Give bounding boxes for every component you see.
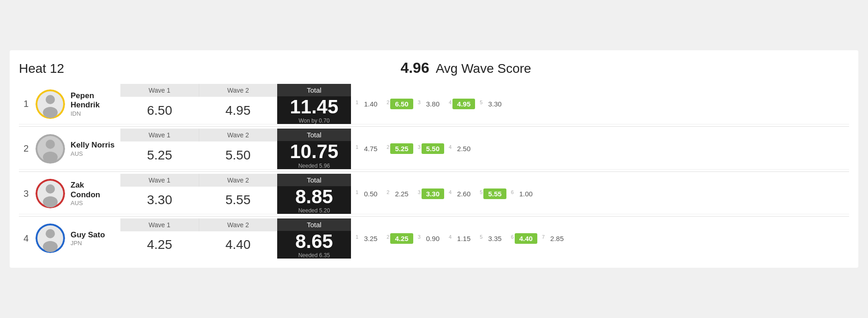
score-cols: Wave 1 Wave 2 5.25 5.50 bbox=[120, 129, 277, 169]
wave2-score: 4.40 bbox=[199, 234, 277, 256]
wave-num: 4 bbox=[449, 189, 452, 195]
total-header: Total bbox=[277, 218, 351, 231]
surfer-country: IDN bbox=[71, 110, 116, 117]
wave-right: 1 4.75 2 5.25 3 5.50 4 2.50 bbox=[351, 129, 849, 169]
svg-point-14 bbox=[46, 229, 55, 238]
wave-item: 3 0.90 bbox=[418, 233, 444, 244]
wave-row: 1 1.40 2 6.50 3 3.80 4 4.95 5 3.30 bbox=[356, 99, 844, 109]
wave-item: 3 3.30 bbox=[418, 188, 444, 199]
total-header: Total bbox=[277, 174, 351, 186]
svg-point-7 bbox=[43, 152, 58, 163]
wave-score-badge: 6.50 bbox=[390, 99, 413, 109]
wave-right: 1 3.25 2 4.25 3 0.90 4 1.15 5 3.35 6 4.4… bbox=[351, 218, 849, 259]
wave-item: 6 1.00 bbox=[511, 188, 537, 199]
wave-item: 1 1.40 bbox=[356, 99, 382, 109]
wave-score-badge: 4.25 bbox=[390, 233, 413, 244]
rank: 1 bbox=[24, 99, 31, 109]
wave1-score: 5.25 bbox=[120, 144, 199, 166]
avatar bbox=[36, 134, 65, 164]
wave-right: 1 0.50 2 2.25 3 3.30 4 2.60 5 5.55 6 1.0… bbox=[351, 174, 849, 214]
wave1-header: Wave 1 bbox=[120, 84, 199, 97]
score-values-row: 5.25 5.50 bbox=[120, 141, 277, 169]
svg-point-15 bbox=[43, 241, 58, 252]
wave-num: 1 bbox=[356, 234, 358, 240]
athlete-block: 1 Pepen Hendrik IDN Wave 1 Wave 2 6.50 4… bbox=[19, 84, 849, 124]
wave-num: 7 bbox=[542, 234, 545, 240]
score-header-row: Wave 1 Wave 2 bbox=[120, 218, 277, 231]
wave-num: 5 bbox=[480, 234, 482, 240]
header: Heat 12 4.96 Avg Wave Score bbox=[19, 59, 849, 77]
wave-num: 6 bbox=[511, 234, 514, 240]
wave-num: 3 bbox=[418, 234, 421, 240]
total-value: 8.65 Needed 6.35 bbox=[277, 231, 351, 259]
surfer-name: Guy Sato bbox=[71, 230, 105, 240]
wave-num: 2 bbox=[386, 100, 389, 105]
surfer-name: Zak Condon bbox=[71, 181, 116, 200]
surfer-name-block: Zak Condon AUS bbox=[71, 181, 116, 206]
wave-score-badge: 3.35 bbox=[483, 233, 506, 244]
athletes-list: 1 Pepen Hendrik IDN Wave 1 Wave 2 6.50 4… bbox=[19, 84, 849, 259]
wave-score-badge: 1.15 bbox=[452, 233, 475, 244]
rank: 4 bbox=[24, 233, 31, 244]
wave-score-badge: 0.50 bbox=[359, 188, 382, 199]
svg-point-3 bbox=[43, 107, 58, 118]
wave-num: 3 bbox=[418, 189, 421, 195]
wave-item: 3 3.80 bbox=[418, 99, 444, 109]
rank: 3 bbox=[24, 188, 31, 199]
total-header: Total bbox=[277, 84, 351, 96]
athlete-block: 2 Kelly Norris AUS Wave 1 Wave 2 5.25 5.… bbox=[19, 129, 849, 169]
total-number: 11.45 bbox=[290, 96, 338, 118]
surfer-info: 1 Pepen Hendrik IDN bbox=[19, 84, 120, 124]
wave-item: 3 5.50 bbox=[418, 143, 444, 154]
wave2-header: Wave 2 bbox=[199, 218, 278, 231]
wave-item: 7 2.85 bbox=[542, 233, 568, 244]
score-values-row: 3.30 5.55 bbox=[120, 187, 277, 214]
wave-num: 1 bbox=[356, 144, 358, 150]
wave-item: 2 6.50 bbox=[386, 99, 413, 109]
score-cols: Wave 1 Wave 2 6.50 4.95 bbox=[120, 84, 277, 124]
score-values-row: 4.25 4.40 bbox=[120, 231, 277, 259]
wave-score-badge: 3.30 bbox=[483, 99, 506, 109]
wave-item: 6 4.40 bbox=[511, 233, 537, 244]
score-cols: Wave 1 Wave 2 4.25 4.40 bbox=[120, 218, 277, 259]
wave-item: 4 4.95 bbox=[449, 99, 475, 109]
wave-score-badge: 4.95 bbox=[452, 99, 475, 109]
wave-score-badge: 3.25 bbox=[359, 233, 382, 244]
wave-num: 1 bbox=[356, 189, 358, 195]
surfer-name: Kelly Norris bbox=[71, 141, 114, 150]
main-card: Heat 12 4.96 Avg Wave Score 1 Pepen Hend… bbox=[10, 50, 858, 268]
wave-num: 4 bbox=[449, 144, 452, 150]
wave-score-badge: 4.40 bbox=[515, 233, 537, 244]
wave-row: 1 3.25 2 4.25 3 0.90 4 1.15 5 3.35 6 4.4… bbox=[356, 233, 844, 244]
total-header: Total bbox=[277, 129, 351, 141]
total-sub: Needed 5.20 bbox=[298, 207, 330, 214]
score-header-row: Wave 1 Wave 2 bbox=[120, 84, 277, 97]
wave-num: 2 bbox=[386, 189, 389, 195]
svg-point-2 bbox=[46, 95, 55, 104]
row-divider bbox=[19, 171, 849, 172]
surfer-country: JPN bbox=[71, 240, 105, 247]
wave1-score: 3.30 bbox=[120, 189, 199, 211]
wave-score-badge: 5.25 bbox=[390, 143, 413, 154]
total-number: 10.75 bbox=[290, 141, 338, 162]
wave-score-badge: 2.85 bbox=[546, 233, 568, 244]
wave-num: 5 bbox=[480, 189, 482, 195]
wave-item: 5 3.35 bbox=[480, 233, 506, 244]
wave-item: 1 0.50 bbox=[356, 188, 382, 199]
wave-item: 5 3.30 bbox=[480, 99, 506, 109]
wave-score-badge: 4.75 bbox=[359, 143, 382, 154]
wave-num: 3 bbox=[418, 144, 421, 150]
total-value: 8.85 Needed 5.20 bbox=[277, 186, 351, 214]
wave-num: 4 bbox=[449, 234, 452, 240]
wave2-header: Wave 2 bbox=[199, 129, 278, 141]
wave-score-badge: 5.55 bbox=[483, 188, 506, 199]
avatar bbox=[36, 224, 65, 253]
wave2-header: Wave 2 bbox=[199, 174, 278, 187]
wave-item: 4 1.15 bbox=[449, 233, 475, 244]
total-sub: Needed 6.35 bbox=[298, 252, 330, 259]
wave-item: 1 3.25 bbox=[356, 233, 382, 244]
wave-num: 3 bbox=[418, 100, 421, 105]
surfer-info: 4 Guy Sato JPN bbox=[19, 218, 120, 259]
wave-num: 4 bbox=[449, 100, 452, 105]
wave1-score: 4.25 bbox=[120, 234, 199, 256]
